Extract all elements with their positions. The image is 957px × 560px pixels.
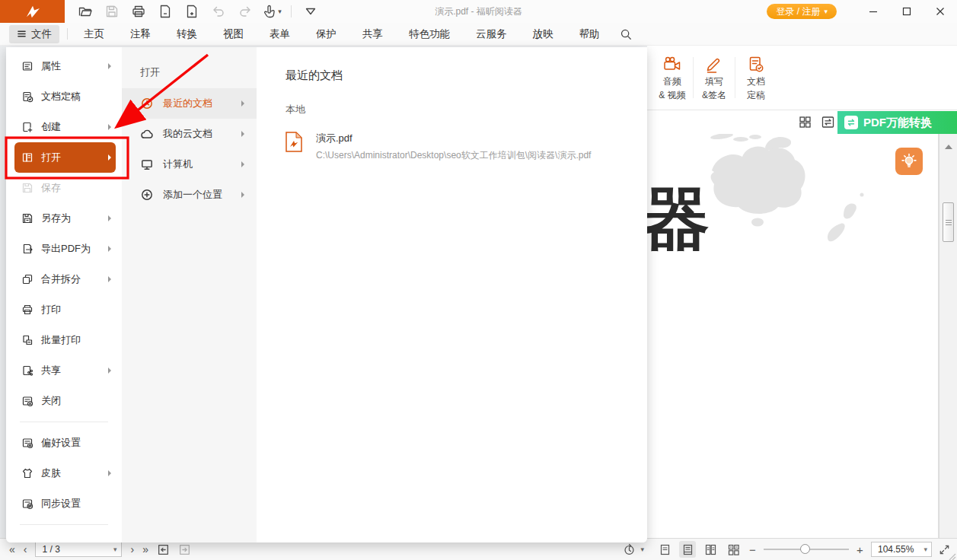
open-my-cloud-documents[interactable]: 我的云文档 (122, 119, 257, 149)
customize-toolbar-button[interactable] (301, 2, 321, 21)
last-page-button[interactable]: » (142, 542, 148, 557)
save-button[interactable] (102, 2, 122, 21)
menu-tab[interactable]: 转换 (164, 23, 210, 46)
menu-item-batch-print[interactable]: 批量打印 (6, 325, 122, 355)
scroll-up-arrow[interactable] (945, 145, 952, 149)
print-button[interactable] (129, 2, 148, 21)
open-recent-documents[interactable]: 最近的文档 (122, 88, 257, 119)
menu-item-sync-settings[interactable]: 同步设置 (6, 488, 122, 519)
convert-icon (844, 116, 858, 129)
menu-tab[interactable]: 视图 (210, 23, 257, 46)
submenu-arrow-icon (108, 246, 111, 252)
maximize-button[interactable] (890, 0, 924, 23)
menu-tab[interactable]: 共享 (349, 23, 396, 46)
menu-item-merge-split[interactable]: 合并拆分 (6, 264, 122, 294)
menu-item-open[interactable]: 打开 (14, 142, 116, 173)
menu-tab[interactable]: 云服务 (463, 23, 520, 46)
facing-view-button[interactable] (702, 541, 719, 558)
insert-pages-button[interactable] (182, 2, 202, 21)
first-page-button[interactable]: « (9, 542, 15, 557)
login-button[interactable]: 登录 / 注册 ▾ (767, 4, 837, 19)
resize-grip[interactable] (946, 550, 956, 560)
menu-item-save-as[interactable]: 另存为 (6, 203, 122, 234)
menu-item-create[interactable]: 创建 (6, 112, 122, 142)
menu-tab[interactable]: 帮助 (566, 23, 613, 46)
ribbon-fill-sign-button[interactable]: 填写 &签名 (694, 54, 734, 101)
pdf-convert-label: PDF万能转换 (863, 116, 932, 130)
menu-item-doc-finalize[interactable]: 文档定稿 (6, 81, 122, 112)
undo-button[interactable] (209, 2, 228, 21)
grid-view-button[interactable] (725, 541, 742, 558)
prev-view-button[interactable] (157, 543, 170, 556)
redo-button[interactable] (235, 2, 255, 21)
prev-page-button[interactable]: ‹ (24, 542, 27, 557)
submenu-arrow-icon (241, 192, 244, 198)
zoom-level-select[interactable]: 104.55% ▾ (871, 542, 932, 557)
submenu-arrow-icon (108, 63, 111, 69)
hand-tool-button[interactable]: ▾ (262, 2, 282, 21)
scrollbar-thumb[interactable] (943, 202, 954, 242)
menu-item-label: 导出PDF为 (41, 242, 100, 256)
toolbar-separator (291, 5, 292, 18)
open-panel: 打开 最近的文档 我的云文档 (122, 47, 257, 542)
zoom-out-button[interactable]: − (748, 543, 758, 556)
menu-tab[interactable]: 保护 (303, 23, 349, 46)
submenu-arrow-icon (108, 276, 111, 282)
recent-file-item[interactable]: 演示.pdf C:\Users\Administrator\Desktop\se… (286, 132, 647, 162)
search-button[interactable] (616, 24, 636, 44)
menu-tab[interactable]: 表单 (257, 23, 303, 46)
menu-item-export-pdf[interactable]: 导出PDF为 (6, 234, 122, 264)
tab-file-label: 文件 (31, 27, 52, 41)
chevron-down-icon: ▾ (824, 8, 828, 15)
menubar-separator (67, 28, 68, 40)
page-swap-button[interactable] (821, 115, 835, 129)
pdf-convert-button[interactable]: PDF万能转换 (837, 111, 957, 134)
ribbon-audio-video-button[interactable]: 音频 & 视频 (652, 54, 692, 101)
recent-file-path: C:\Users\Administrator\Desktop\seo软文工作培训… (316, 149, 591, 162)
zoom-in-button[interactable]: + (855, 543, 865, 556)
submenu-arrow-icon (241, 131, 244, 137)
next-page-button[interactable]: › (130, 542, 134, 557)
continuous-view-button[interactable] (679, 541, 696, 558)
delete-pages-button[interactable] (155, 2, 175, 21)
single-page-view-button[interactable] (656, 541, 673, 558)
open-file-button[interactable] (75, 2, 95, 21)
menu-item-close[interactable]: 关闭 (6, 386, 122, 416)
menu-item-skin[interactable]: 皮肤 (6, 458, 122, 488)
ribbon-doc-finalize-button[interactable]: 文档 定稿 (736, 54, 776, 101)
close-button[interactable] (924, 0, 957, 23)
close-icon (936, 7, 945, 16)
open-computer[interactable]: 计算机 (122, 149, 257, 180)
menu-divider (20, 422, 108, 422)
tips-lightbulb-button[interactable] (895, 148, 923, 175)
menu-item-preferences[interactable]: 偏好设置 (6, 428, 122, 458)
vertical-scrollbar[interactable] (939, 134, 957, 538)
zoom-slider-handle[interactable] (800, 544, 810, 554)
submenu-arrow-icon (108, 470, 111, 476)
menu-tab[interactable]: 注释 (117, 23, 164, 46)
menu-tab[interactable]: 放映 (520, 23, 566, 46)
chevron-down-icon[interactable]: ▾ (640, 546, 644, 553)
tab-file[interactable]: 文件 (9, 25, 59, 43)
auto-scroll-button[interactable] (620, 541, 637, 558)
menu-tab[interactable]: 主页 (71, 23, 117, 46)
app-logo[interactable] (0, 0, 65, 23)
open-add-a-place[interactable]: 添加一个位置 (122, 180, 257, 210)
menu-item-save[interactable]: 保存 (6, 173, 122, 203)
next-view-button[interactable] (178, 543, 191, 556)
menu-item-properties[interactable]: 属性 (6, 51, 122, 81)
subtoolbar: PDF万能转换 (647, 110, 957, 134)
menu-item-share[interactable]: 共享 (6, 355, 122, 386)
titlebar-right: 登录 / 注册 ▾ (767, 0, 957, 23)
left-edge-strip (0, 46, 6, 538)
minimize-icon (869, 7, 878, 16)
single-page-icon (659, 543, 671, 556)
page-indicator[interactable]: 1 / 3 ▾ (35, 542, 122, 557)
statusbar-left: « ‹ 1 / 3 ▾ › » (9, 541, 191, 558)
thumbnail-grid-button[interactable] (798, 115, 812, 129)
menu-tab[interactable]: 特色功能 (396, 23, 463, 46)
recent-section-label: 本地 (286, 103, 647, 116)
zoom-slider[interactable] (764, 542, 849, 556)
menu-item-print[interactable]: 打印 (6, 294, 122, 325)
minimize-button[interactable] (857, 0, 890, 23)
